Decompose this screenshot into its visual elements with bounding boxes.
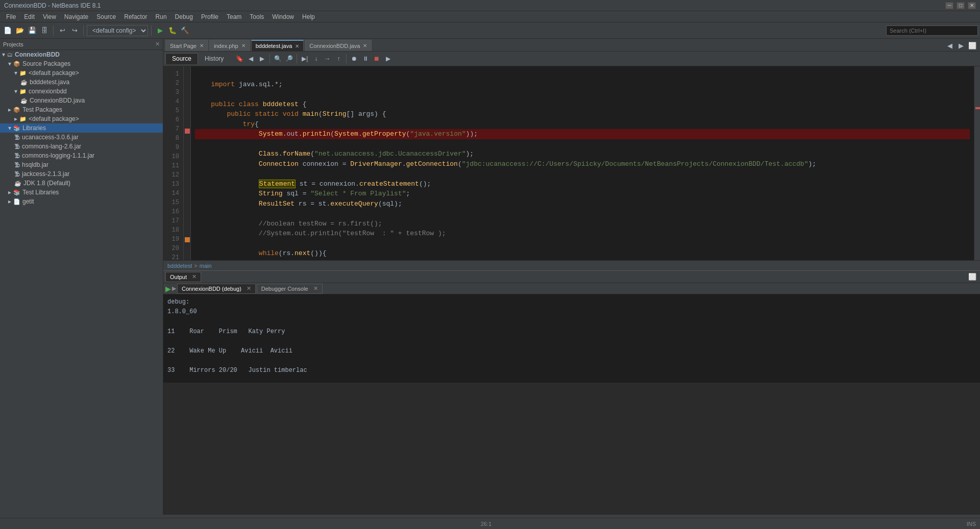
menu-item-profile[interactable]: Profile	[197, 12, 223, 21]
tree-item-connexionbdd-java[interactable]: ☕ ConnexionBDD.java	[0, 96, 163, 105]
breadcrumb-method[interactable]: main	[200, 263, 212, 269]
tab-close-index[interactable]: ✕	[241, 43, 246, 48]
menu-item-window[interactable]: Window	[268, 12, 298, 21]
menu-item-file[interactable]: File	[2, 12, 20, 21]
menu-item-tools[interactable]: Tools	[246, 12, 268, 21]
tab-close-start[interactable]: ✕	[200, 43, 204, 48]
history-tab[interactable]: History	[198, 53, 230, 64]
output-line-1: debug:	[167, 297, 976, 307]
tree-item-default-pkg1[interactable]: ▾ 📁 <default package>	[0, 68, 163, 78]
expand-icon: ▸	[14, 115, 17, 122]
zoom-in[interactable]: 🔍	[273, 54, 283, 64]
editor-right-gutter	[974, 66, 980, 260]
projects-panel-close[interactable]: ✕	[155, 41, 160, 47]
run-project-button[interactable]: ▶	[155, 25, 166, 36]
tree-item-jdk[interactable]: ☕ JDK 1.8 (Default)	[0, 179, 163, 188]
continue-button[interactable]: ▶	[383, 54, 393, 64]
src-sep3	[346, 54, 347, 63]
tree-item-getit[interactable]: ▸ 📄 getit	[0, 197, 163, 206]
tree-item-ucanaccess[interactable]: 🗜 ucanaccess-3.0.6.jar	[0, 133, 163, 142]
output-close[interactable]: ✕	[192, 273, 197, 280]
tree-label: <default package>	[29, 69, 79, 77]
stop-button[interactable]: ⏹	[372, 54, 382, 64]
step-over[interactable]: →	[322, 54, 332, 64]
debugger-console-tab[interactable]: Debugger Console ✕	[257, 284, 323, 294]
save-button[interactable]: 💾	[27, 25, 38, 36]
prev-bookmark[interactable]: ◀	[246, 54, 256, 64]
src-sep2	[297, 54, 297, 63]
step-out[interactable]: ↑	[333, 54, 344, 64]
tree-item-connexionbdd[interactable]: ▾ 🗂 ConnexionBDD	[0, 50, 163, 59]
debugger-console-close[interactable]: ✕	[313, 285, 318, 292]
tree-item-jackcess[interactable]: 🗜 jackcess-2.1.3.jar	[0, 169, 163, 179]
toggle-bookmark[interactable]: 🔖	[234, 54, 244, 64]
output-tab-label[interactable]: Output ✕	[165, 272, 201, 282]
menu-item-source[interactable]: Source	[92, 12, 120, 21]
next-bookmark[interactable]: ▶	[257, 54, 267, 64]
tab-bdddetest[interactable]: bdddetest.java ✕	[251, 40, 304, 51]
tree-item-source-packages[interactable]: ▾ 📦 Source Packages	[0, 59, 163, 68]
save-all-button[interactable]: 🗄	[39, 25, 50, 36]
breadcrumb-project[interactable]: bdddetest	[167, 263, 192, 269]
debug-tab[interactable]: ConnexionBDD (debug) ✕	[177, 284, 256, 294]
projects-tab-label: Projects	[3, 41, 23, 47]
tree-item-hsqldb[interactable]: 🗜 hsqldb.jar	[0, 160, 163, 169]
redo-button[interactable]: ↪	[69, 25, 80, 36]
search-input[interactable]	[886, 26, 978, 36]
minimize-button[interactable]: ─	[945, 2, 953, 9]
open-project-button[interactable]: 📂	[14, 25, 26, 36]
tree-item-default-pkg2[interactable]: ▸ 📁 <default package>	[0, 114, 163, 123]
zoom-out[interactable]: 🔎	[284, 54, 294, 64]
scroll-tabs-right[interactable]: ▶	[955, 40, 967, 51]
config-dropdown[interactable]: <default config>	[87, 25, 148, 36]
tab-close-bdddetest[interactable]: ✕	[295, 43, 299, 49]
tab-start-page[interactable]: Start Page ✕	[165, 40, 208, 51]
pause-button[interactable]: ⏸	[360, 54, 371, 64]
code-content[interactable]: import java.sql.*; public class bdddetes…	[191, 66, 974, 260]
build-button[interactable]: 🔨	[179, 25, 190, 36]
toggle-breakpoint[interactable]: ⏺	[349, 54, 359, 64]
debug-tab-close[interactable]: ✕	[247, 285, 251, 292]
tab-index-php[interactable]: index.php ✕	[209, 40, 250, 51]
undo-button[interactable]: ↩	[57, 25, 68, 36]
output-line-5	[167, 337, 976, 346]
tree-item-commons-logging[interactable]: 🗜 commons-logging-1.1.1.jar	[0, 151, 163, 160]
tree-item-connexionbdd-pkg[interactable]: ▾ 📁 connexionbdd	[0, 87, 163, 96]
menu-item-refactor[interactable]: Refactor	[120, 12, 151, 21]
editor-tabs: Start Page ✕ index.php ✕ bdddetest.java …	[163, 39, 980, 52]
tree-item-libraries[interactable]: ▾ 📚 Libraries	[0, 123, 163, 133]
run-to-cursor[interactable]: ▶|	[300, 54, 310, 64]
step-into[interactable]: ↓	[311, 54, 321, 64]
code-line-13: String sql = "Select * From Playlist";	[195, 189, 970, 199]
tree-label: Libraries	[22, 124, 46, 132]
tree-item-test-packages[interactable]: ▸ 📦 Test Packages	[0, 105, 163, 114]
tab-label: Start Page	[170, 43, 197, 49]
status-bar: 26:1 INS	[0, 518, 980, 529]
output-panel: Output ✕ ⬜ ▶ ▶ ConnexionBDD (debug) ✕ De…	[163, 270, 980, 383]
tree-item-test-libraries[interactable]: ▸ 📚 Test Libraries	[0, 188, 163, 197]
tree-item-commons-lang[interactable]: 🗜 commons-lang-2.6.jar	[0, 142, 163, 151]
close-button[interactable]: ✕	[968, 2, 976, 9]
new-project-button[interactable]: 📄	[2, 25, 13, 36]
menu-item-debug[interactable]: Debug	[171, 12, 197, 21]
menu-item-run[interactable]: Run	[152, 12, 171, 21]
output-panel-header: Output ✕ ⬜	[163, 271, 980, 283]
menu-item-navigate[interactable]: Navigate	[60, 12, 92, 21]
tree-item-bdddetest[interactable]: ☕ bdddetest.java	[0, 78, 163, 87]
maximize-button[interactable]: □	[957, 2, 965, 9]
debug-project-button[interactable]: 🐛	[167, 25, 178, 36]
menu-item-view[interactable]: View	[39, 12, 60, 21]
menu-item-help[interactable]: Help	[298, 12, 319, 21]
scroll-tabs-left[interactable]: ◀	[944, 40, 955, 51]
tree-label: commons-logging-1.1.1.jar	[22, 152, 94, 159]
maximize-editor-button[interactable]: ⬜	[967, 40, 978, 51]
maximize-output-button[interactable]: ⬜	[967, 271, 978, 283]
tab-close-connexionbdd[interactable]: ✕	[363, 43, 367, 48]
source-tab[interactable]: Source	[165, 53, 198, 64]
code-line-4: public class bdddetest {	[195, 99, 970, 110]
menu-item-edit[interactable]: Edit	[20, 12, 39, 21]
window-controls[interactable]: ─ □ ✕	[945, 2, 976, 9]
menu-item-team[interactable]: Team	[223, 12, 246, 21]
output-line-7	[167, 356, 976, 366]
tab-connexionbdd[interactable]: ConnexionBDD.java ✕	[305, 40, 372, 51]
